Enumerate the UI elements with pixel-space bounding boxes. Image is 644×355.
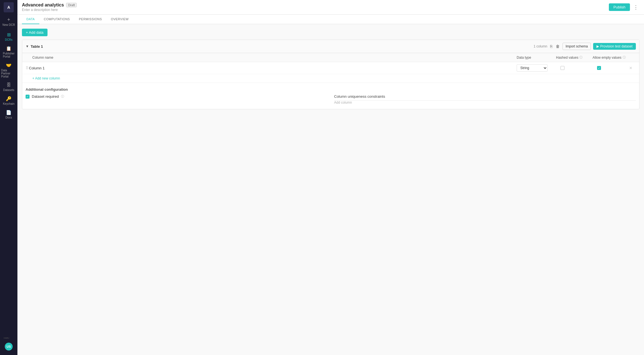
header-actions: Publish ⋮ (609, 3, 640, 12)
brand-logo: HABU (4, 336, 14, 340)
sidebar: A + New DCR ⊞ DCRs 📋 PublisherPortal 🤝 D… (0, 0, 17, 355)
uniqueness-title: Column uniqueness constraints (334, 94, 636, 99)
col-name-header: Column name (32, 56, 517, 60)
sidebar-item-label: Data PartnerPortal (1, 69, 16, 78)
docs-icon: 📄 (6, 110, 12, 115)
main-content: Advanced analytics Draft Enter a descrip… (17, 0, 644, 355)
col-hashed-header: Hashed values ⓘ (556, 55, 593, 60)
sidebar-item-label: Keychain (3, 102, 14, 105)
sidebar-item-keychain[interactable]: 🔑 Keychain (0, 94, 17, 108)
header: Advanced analytics Draft Enter a descrip… (17, 0, 644, 15)
config-right: Column uniqueness constraints Add column (334, 94, 636, 104)
dataset-required-info-icon[interactable]: ⓘ (61, 94, 64, 99)
dataset-required-row: ✓ Dataset required ⓘ (26, 94, 327, 99)
sidebar-item-dcrs[interactable]: ⊞ DCRs (0, 30, 17, 44)
publisher-icon: 📋 (6, 46, 12, 51)
table-card: ▼ Table 1 1 column ⎘ 🗑 Import schema ▶ P… (22, 40, 640, 109)
sidebar-item-data-partner[interactable]: 🤝 Data PartnerPortal (0, 60, 17, 80)
column-name-cell: Column 1 (29, 66, 517, 70)
additional-config-title: Additional configuration (26, 87, 636, 92)
page-title: Advanced analytics Draft (22, 3, 609, 8)
draft-badge: Draft (66, 3, 77, 7)
tab-data[interactable]: DATA (22, 15, 39, 24)
delete-icon[interactable]: 🗑 (555, 44, 560, 49)
sidebar-item-datasets[interactable]: 🗄 Datasets (0, 80, 17, 94)
empty-info-icon[interactable]: ⓘ (623, 55, 626, 60)
collapse-icon[interactable]: ▼ (26, 44, 29, 48)
provision-icon: ▶ (596, 44, 599, 48)
user-avatar[interactable]: US (5, 343, 13, 351)
keychain-icon: 🔑 (6, 96, 12, 101)
col-empty-header: Allow empty values ⓘ (593, 55, 629, 60)
column-type-cell: String Integer Float Boolean Date (517, 64, 556, 72)
copy-icon[interactable]: ⎘ (550, 44, 553, 49)
dataset-required-checkbox[interactable]: ✓ (26, 95, 30, 99)
columns-header: Column name Data type Hashed values ⓘ Al… (22, 53, 639, 62)
col-type-header: Data type (517, 56, 556, 60)
column-allow-empty-cell: ✓ (593, 66, 629, 70)
tab-permissions[interactable]: PERMISSIONS (74, 15, 107, 24)
tabs-bar: DATA COMPUTATIONS PERMISSIONS OVERVIEW (17, 15, 644, 24)
tab-computations[interactable]: COMPUTATIONS (39, 15, 74, 24)
sidebar-item-label: Datasets (3, 88, 14, 92)
dataset-icon: 🗄 (6, 83, 11, 88)
new-dcr-button[interactable]: + New DCR (3, 17, 15, 26)
sidebar-item-docs[interactable]: 📄 Docs (0, 108, 17, 121)
add-column-row[interactable]: + Add new column (22, 74, 639, 83)
header-description[interactable]: Enter a description here (22, 8, 609, 12)
svg-text:HABU: HABU (4, 337, 9, 339)
sidebar-item-publisher-portal[interactable]: 📋 PublisherPortal (0, 44, 17, 60)
column-delete-cell: ✕ (629, 66, 636, 70)
grid-icon: ⊞ (7, 32, 11, 37)
new-dcr-label: New DCR (3, 23, 15, 26)
drag-handle-icon[interactable]: ⠿ (26, 66, 28, 70)
sidebar-item-label: Docs (6, 116, 12, 119)
plus-icon: + (7, 17, 10, 23)
dataset-required-label: Dataset required (32, 94, 59, 99)
logo: A (4, 2, 14, 12)
row-delete-icon[interactable]: ✕ (629, 66, 632, 70)
hashed-checkbox[interactable] (561, 66, 564, 70)
page-content: + Add data ▼ Table 1 1 column ⎘ 🗑 Import… (17, 24, 644, 355)
additional-config: Additional configuration ✓ Dataset requi… (22, 83, 639, 109)
config-row: ✓ Dataset required ⓘ Column uniqueness c… (26, 94, 636, 104)
sidebar-item-label: DCRs (5, 38, 13, 41)
header-title-block: Advanced analytics Draft Enter a descrip… (22, 3, 609, 12)
hashed-info-icon[interactable]: ⓘ (579, 55, 582, 60)
partner-icon: 🤝 (6, 63, 12, 68)
table-header-actions: 1 column ⎘ 🗑 Import schema ▶ Provision t… (534, 43, 636, 50)
import-schema-button[interactable]: Import schema (562, 43, 591, 50)
column-hashed-cell (556, 66, 593, 70)
provision-button[interactable]: ▶ Provision test dataset (593, 43, 636, 50)
table-name: Table 1 (31, 44, 534, 49)
sidebar-item-label: PublisherPortal (3, 52, 15, 58)
allow-empty-checkbox[interactable]: ✓ (597, 66, 601, 70)
column-count: 1 column (534, 44, 547, 48)
table-header-row: ▼ Table 1 1 column ⎘ 🗑 Import schema ▶ P… (22, 40, 639, 53)
add-data-button[interactable]: + Add data (22, 29, 48, 36)
tab-overview[interactable]: OVERVIEW (107, 15, 133, 24)
column-type-select[interactable]: String Integer Float Boolean Date (517, 64, 548, 72)
add-column-link[interactable]: Add column (334, 101, 636, 104)
more-options-icon[interactable]: ⋮ (632, 3, 640, 12)
publish-button[interactable]: Publish (609, 3, 630, 11)
table-row: ⠿ Column 1 String Integer Float Boolean … (22, 62, 639, 74)
config-left: ✓ Dataset required ⓘ (26, 94, 327, 99)
